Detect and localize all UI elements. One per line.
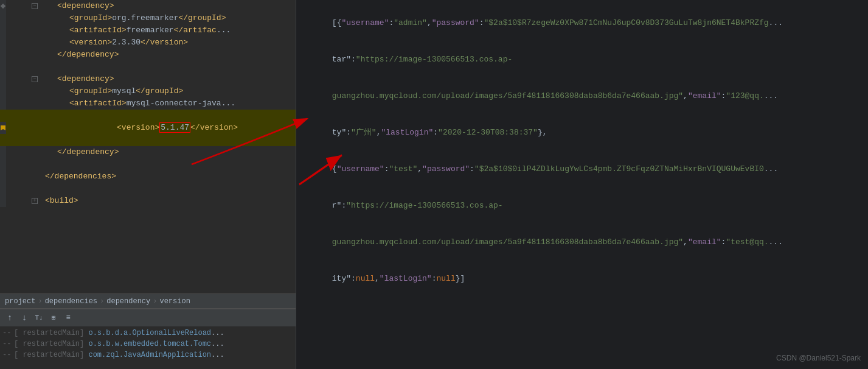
json-output-3: guangzhou.myqcloud.com/upload/images/5a9… (304, 78, 861, 114)
gutter-strip-9 (0, 97, 6, 110)
console-bracket-close-1: ] (80, 328, 84, 339)
fold-icon-15[interactable]: + (32, 198, 38, 204)
gutter-mark-8 (0, 85, 6, 97)
json-val-lastlogin1: "2020-12-30T08:38:37" (438, 128, 538, 137)
json-val-email2: "test@qq. (726, 237, 768, 247)
code-line-11: </dependency> (0, 146, 296, 158)
code-content-2: <groupId>org.freemarker</groupId> (67, 12, 296, 24)
json-val-username2: "test" (389, 164, 417, 174)
console-line-3: -- [ restartedMain ] com.zql.JavaAdminAp… (0, 350, 296, 360)
code-line-2: <groupId>org.freemarker</groupId> (0, 12, 296, 24)
fold-marker-15[interactable]: + (21, 198, 43, 204)
gutter-mark-5 (0, 49, 6, 61)
code-line-7: − <dependency> (0, 73, 296, 85)
code-line-15: + <build> (0, 195, 296, 207)
console-btn-grid[interactable]: ⊞ (49, 313, 58, 323)
code-content-1: <dependency> (55, 0, 296, 12)
json-val-avatar1: "https://image-1300566513.cos.ap- (356, 55, 512, 64)
code-line-13: </dependencies> (0, 170, 296, 183)
breadcrumb-sep-1: › (38, 297, 42, 306)
console-toolbar: ↑ ↓ T↓ ⊞ ≡ (0, 309, 296, 326)
code-content-10: <version>5.1.47</version> (67, 110, 296, 146)
fold-marker-1[interactable]: − (21, 3, 43, 9)
gutter-strip-1 (0, 0, 6, 12)
gutter-mark-6 (0, 61, 6, 73)
console-dash-3: -- (2, 350, 12, 360)
json-overflow-1: ... (769, 18, 783, 27)
gutter-strip-13 (0, 170, 6, 183)
json-val-password1: "$2a$10$R7zegeWz0XPw871CmNuJ6upC0v8D373G… (484, 18, 769, 27)
gutter-strip-5 (0, 49, 6, 61)
gutter-mark-7 (0, 73, 6, 85)
json-val-avatar2: "https://image-1300566513.cos.ap- (346, 201, 502, 210)
console-dash-1: -- (2, 328, 12, 339)
json-val-city2: null (356, 274, 375, 283)
left-panel: − <dependency> <groupId>org.freemarker</… (0, 0, 296, 369)
json-val-lastlogin2: null (437, 274, 456, 283)
main-area: − <dependency> <groupId>org.freemarker</… (0, 0, 868, 369)
json-key-lastlogin2: "lastLogin" (380, 274, 432, 283)
console-bracket-close-3: ] (80, 350, 84, 360)
console-text-1: ... (211, 328, 224, 339)
gutter-mark-10 (0, 122, 6, 134)
json-city1: "广州" (351, 128, 377, 137)
code-content-11: </dependency> (55, 146, 296, 158)
console-dash-2: -- (2, 339, 12, 350)
right-panel: [{"username":"admin","password":"$2a$10$… (296, 0, 868, 369)
json-output: [{"username":"admin","password":"$2a$10$… (304, 5, 861, 41)
json-output-2: tar":"https://image-1300566513.cos.ap- (304, 41, 861, 78)
console-bracket-open-2: [ (14, 339, 18, 350)
gutter-strip-2 (0, 12, 6, 24)
code-content-6 (43, 61, 296, 73)
gutter-mark-15 (0, 195, 6, 207)
fold-icon-1[interactable]: − (32, 3, 38, 9)
fold-icon-7[interactable]: − (32, 76, 38, 82)
code-line-9: <artifactId>mysql-connector-java... (0, 97, 296, 110)
code-content-7: <dependency> (55, 73, 296, 85)
console-text-3: ... (211, 350, 224, 360)
console-btn-filter[interactable]: T↓ (34, 313, 44, 323)
json-val-email1: "123@qq. (726, 91, 763, 100)
gutter-mark-11 (0, 146, 6, 158)
gutter-mark-13 (0, 170, 6, 183)
breadcrumb-sep-3: › (153, 297, 157, 306)
gutter-strip-4 (0, 37, 6, 49)
code-content-5: </dependency> (55, 49, 296, 61)
json-key-username1: "username" (341, 18, 389, 27)
code-content-9: <artifactId>mysql-connector-java... (67, 97, 296, 110)
json-val-avatar1-cont: guangzhou.myqcloud.com/upload/images/5a9… (332, 91, 683, 100)
json-output-4: ty":"广州","lastLogin":"2020-12-30T08:38:3… (304, 114, 861, 151)
json-brace-open: [ (332, 18, 337, 27)
json-output-6: r":"https://image-1300566513.cos.ap- (304, 188, 861, 224)
json-output-7: guangzhou.myqcloud.com/upload/images/5a9… (304, 224, 861, 261)
json-output-5: {"username":"test","password":"$2a$10$0i… (304, 151, 861, 188)
console-bracket-open-3: [ (14, 350, 18, 360)
console-lines: -- [ restartedMain ] o.s.b.d.a.OptionalL… (0, 326, 296, 369)
console-btn-down[interactable]: ↓ (19, 313, 29, 323)
code-line-8: <groupId>mysql</groupId> (0, 85, 296, 97)
fold-marker-7[interactable]: − (21, 76, 43, 82)
json-ity-label: ity": (332, 274, 356, 283)
gutter-strip-7 (0, 73, 6, 85)
breadcrumb-dependency: dependency (106, 297, 150, 306)
code-content-4: <version>2.3.30</version> (67, 37, 296, 49)
bookmark-icon-10 (1, 125, 5, 130)
console-thread-3: restartedMain (18, 350, 80, 360)
console-btn-up[interactable]: ↑ (5, 313, 15, 323)
code-line-1: − <dependency> (0, 0, 296, 12)
code-line-12 (0, 158, 296, 170)
code-line-5: </dependency> (0, 49, 296, 61)
code-line-3: <artifactId>freemarker</artifac... (0, 24, 296, 37)
console-area: ↑ ↓ T↓ ⊞ ≡ -- [ restartedMain ] o.s.b.d.… (0, 308, 296, 369)
gutter-strip-8 (0, 85, 6, 97)
code-content-14 (43, 183, 296, 195)
code-line-10: <version>5.1.47</version> (0, 110, 296, 146)
code-area: − <dependency> <groupId>org.freemarker</… (0, 0, 296, 293)
json-val-username1: "admin" (394, 18, 427, 27)
gutter-strip-12 (0, 158, 6, 170)
diamond-icon-1 (1, 4, 5, 9)
console-btn-list[interactable]: ≡ (63, 313, 73, 323)
json-val-avatar2-cont: guangzhou.myqcloud.com/upload/images/5a9… (332, 237, 683, 247)
gutter-mark-9 (0, 97, 6, 110)
code-content-3: <artifactId>freemarker</artifac... (67, 24, 296, 37)
